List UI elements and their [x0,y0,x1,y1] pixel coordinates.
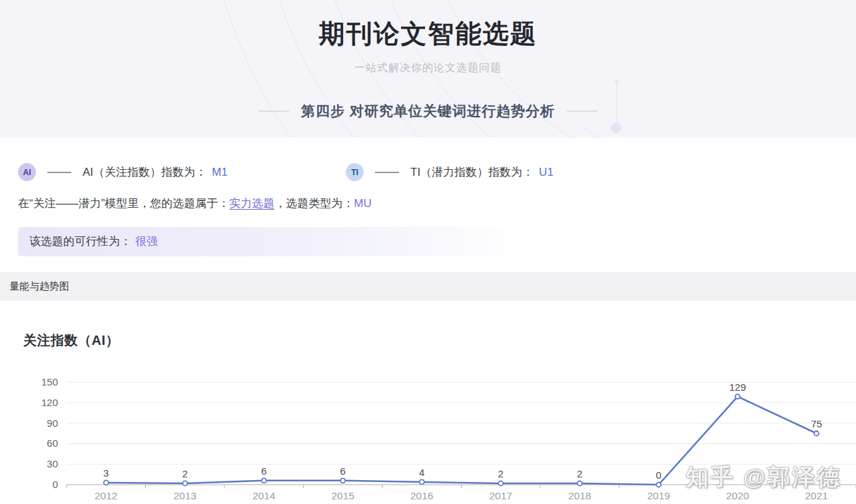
svg-text:129: 129 [729,381,746,393]
line-chart-canvas: 0306090120150201220132014201520162017201… [0,354,856,504]
ai-index-metric: AI AI（关注指数）指数为： M1 [18,163,346,181]
topic-type-link[interactable]: 实力选题 [229,197,274,210]
svg-text:2015: 2015 [332,490,354,501]
model-result-line: 在“关注——潜力”模型里，您的选题属于：实力选题，选题类型为：MU [18,196,856,211]
feasibility-label: 该选题的可行性为： [29,235,131,248]
svg-text:2021: 2021 [805,490,828,501]
svg-text:6: 6 [261,465,266,477]
analysis-summary: AI AI（关注指数）指数为： M1 TI TI（潜力指数）指数为： U1 在“… [0,138,856,256]
svg-text:90: 90 [47,417,58,429]
ti-legend-line [375,172,399,173]
ti-index-metric: TI TI（潜力指数）指数为： U1 [346,163,554,181]
svg-text:3: 3 [103,467,109,479]
svg-text:4: 4 [419,467,424,478]
ai-index-value: M1 [212,166,228,179]
section-header-trend: 量能与趋势图 [0,272,856,301]
svg-text:60: 60 [47,437,58,449]
svg-text:2019: 2019 [647,490,670,501]
svg-text:6: 6 [340,465,346,477]
svg-text:2014: 2014 [252,490,276,501]
svg-text:75: 75 [811,418,822,429]
svg-text:2: 2 [183,468,188,479]
ai-legend-line [47,172,71,173]
svg-text:2012: 2012 [95,490,117,501]
chart-title: 关注指数（AI） [23,332,856,350]
step-left-line [258,111,289,112]
hero-banner: 期刊论文智能选题 一站式解决你的论文选题问题 第四步 对研究单位关键词进行趋势分… [0,0,856,138]
model-result-prefix: 在“关注——潜力”模型里，您的选题属于： [18,197,229,210]
ai-index-label: AI（关注指数）指数为： [83,164,207,180]
ai-badge: AI [18,163,36,181]
svg-text:0: 0 [53,479,58,490]
topic-type-code: MU [354,197,371,210]
index-metrics-row: AI AI（关注指数）指数为： M1 TI TI（潜力指数）指数为： U1 [18,163,856,181]
ti-badge: TI [346,163,364,181]
svg-text:2: 2 [498,468,504,479]
svg-text:30: 30 [47,458,58,469]
chart-section: 关注指数（AI） 0306090120150201220132014201520… [0,332,856,504]
step-title: 第四步 对研究单位关键词进行趋势分析 [301,102,555,121]
ti-index-label: TI（潜力指数）指数为： [410,164,534,180]
svg-text:2: 2 [577,468,582,479]
svg-text:2018: 2018 [568,490,591,501]
page-subtitle: 一站式解决你的论文选题问题 [0,61,856,75]
ti-index-value: U1 [539,166,554,179]
step-heading: 第四步 对研究单位关键词进行趋势分析 [0,102,856,121]
section-header-label: 量能与趋势图 [9,280,69,292]
feasibility-value: 很强 [135,235,158,248]
svg-text:2013: 2013 [174,490,197,501]
svg-text:2020: 2020 [726,490,749,501]
svg-text:2016: 2016 [410,490,433,501]
svg-text:0: 0 [656,469,661,481]
page-title: 期刊论文智能选题 [0,0,856,52]
svg-text:2017: 2017 [490,490,512,501]
ai-trend-line-chart: 0306090120150201220132014201520162017201… [0,354,856,504]
step-right-line [567,111,598,112]
svg-text:150: 150 [41,376,58,387]
model-result-middle: ，选题类型为： [274,197,354,210]
feasibility-box: 该选题的可行性为：很强 [18,227,519,256]
svg-text:120: 120 [41,397,58,408]
